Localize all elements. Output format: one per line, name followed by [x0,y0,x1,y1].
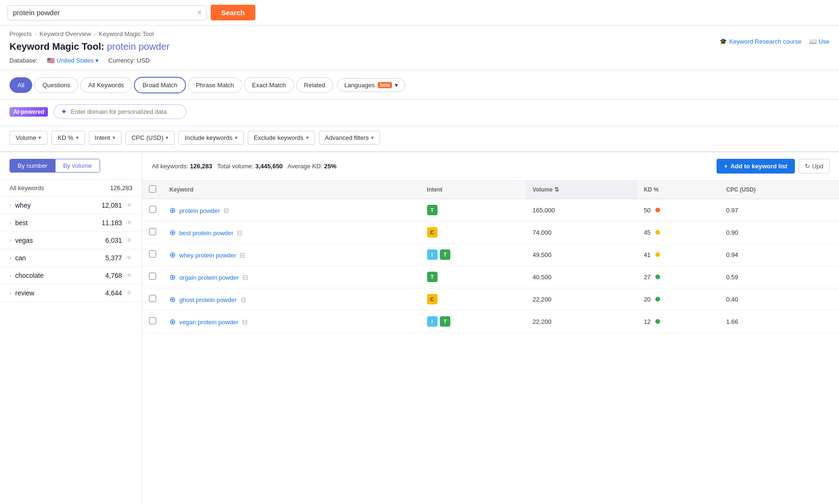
row-3-keyword-link[interactable]: whey protein powder [179,252,236,259]
update-button[interactable]: ↻ Upd [799,159,830,174]
filter-volume[interactable]: Volume ▾ [9,131,47,145]
tab-related[interactable]: Related [296,77,334,93]
row-2-checkbox[interactable] [149,228,156,235]
breadcrumb-projects[interactable]: Projects [9,30,32,37]
row-1-kd-cell: 50 [637,199,720,221]
row-checkbox-cell-2[interactable] [142,221,163,244]
sidebar-item-chocolate[interactable]: › chocolate 4,768 👁 [0,267,142,284]
row-6-checkbox[interactable] [149,317,156,324]
row-5-checkbox[interactable] [149,295,156,302]
select-all-checkbox[interactable] [149,185,156,192]
row-4-intent-cell: T [420,266,526,288]
tab-phrase-match[interactable]: Phrase Match [188,77,242,93]
sidebar-item-vegas-eye-icon[interactable]: 👁 [126,237,132,244]
row-6-cpc-cell: 1.66 [719,311,839,333]
tab-broad-match[interactable]: Broad Match [134,77,186,93]
row-3-checkbox[interactable] [149,250,156,257]
row-2-add-icon[interactable]: ⊕ [169,229,176,237]
row-1-intent-badge-t: T [427,205,438,215]
th-cpc: CPC (USD) [719,181,839,199]
sidebar-header: By number By volume [0,152,142,180]
sidebar-item-whey-label: whey [15,202,31,209]
breadcrumb-area: Projects › Keyword Overview › Keyword Ma… [0,26,839,70]
search-input-wrap: × [8,5,207,20]
clear-icon[interactable]: × [197,9,202,17]
sidebar-item-can-eye-icon[interactable]: 👁 [126,254,132,262]
row-2-keyword-link[interactable]: best protein powder [179,229,233,237]
filter-cpc[interactable]: CPC (USD) ▾ [125,131,175,145]
filter-exclude-keywords[interactable]: Exclude keywords ▾ [248,131,315,145]
row-4-intent-badge-t: T [427,272,438,282]
tab-questions[interactable]: Questions [34,77,78,93]
row-3-cpc-cell: 0.94 [719,244,839,266]
sidebar-item-chocolate-label: chocolate [15,272,44,279]
sidebar-item-chocolate-left: › chocolate [9,272,44,279]
row-checkbox-cell-4[interactable] [142,266,163,288]
filter-cpc-chevron-icon: ▾ [166,135,168,141]
row-6-keyword-cell: ⊕ vegan protein powder ⊟ [163,311,420,333]
sidebar-item-best-eye-icon[interactable]: 👁 [126,219,132,227]
row-4-checkbox[interactable] [149,273,156,280]
sidebar-item-chocolate-eye-icon[interactable]: 👁 [126,272,132,279]
row-4-add-icon[interactable]: ⊕ [169,273,176,281]
row-checkbox-cell-6[interactable] [142,311,163,333]
sidebar-item-best-left: › best [9,219,28,227]
ai-domain-input[interactable] [71,108,179,115]
tab-languages[interactable]: Languages beta ▾ [337,78,405,92]
breadcrumb-sep-1: › [35,30,37,37]
ai-domain-input-wrap[interactable]: ✦ [54,104,186,119]
view-by-number-button[interactable]: By number [10,159,56,172]
row-checkbox-cell-3[interactable] [142,244,163,266]
row-2-cpc-cell: 0.90 [719,221,839,244]
row-6-keyword-link[interactable]: vegan protein powder [179,319,239,326]
row-3-add-icon[interactable]: ⊕ [169,251,176,259]
sidebar-item-review-eye-icon[interactable]: 👁 [126,289,132,297]
sidebar-item-vegas[interactable]: › vegas 6,031 👁 [0,232,142,249]
th-volume[interactable]: Volume ⇅ [526,181,637,199]
row-checkbox-cell-1[interactable] [142,199,163,221]
use-link[interactable]: 📖 Use [809,38,830,45]
row-6-table-icon: ⊟ [242,318,248,326]
sidebar-item-whey-eye-icon[interactable]: 👁 [126,202,132,209]
view-by-volume-button[interactable]: By volume [56,159,100,172]
sidebar-item-best[interactable]: › best 11,183 👁 [0,214,142,232]
sidebar-item-review-expand-icon: › [9,290,11,296]
sidebar-item-whey[interactable]: › whey 12,081 👁 [0,197,142,214]
th-select-all[interactable] [142,181,163,199]
keyword-research-course-link[interactable]: 🎓 Keyword Research course [719,38,801,45]
row-4-table-icon: ⊟ [242,274,248,281]
left-sidebar: By number By volume All keywords 126,283… [0,152,142,504]
avg-kd: 25% [324,163,336,170]
filter-kd[interactable]: KD % ▾ [51,131,84,145]
filter-exclude-chevron-icon: ▾ [306,135,309,141]
country-chevron-icon: ▾ [95,57,99,64]
breadcrumb-keyword-overview[interactable]: Keyword Overview [39,30,91,37]
filter-advanced-label: Advanced filters [325,134,369,141]
row-2-kd-cell: 45 [637,221,720,244]
languages-chevron-icon: ▾ [395,82,398,89]
row-1-keyword-link[interactable]: protein powder [179,207,220,214]
filter-advanced[interactable]: Advanced filters ▾ [319,131,381,145]
row-1-checkbox[interactable] [149,206,156,213]
database-country-link[interactable]: 🇺🇸 United States ▾ [47,57,99,64]
add-to-keyword-list-button[interactable]: + Add to keyword list [717,159,795,174]
row-3-kd-cell: 41 [637,244,720,266]
search-input[interactable] [13,9,194,17]
filter-include-keywords[interactable]: Include keywords ▾ [178,131,243,145]
row-checkbox-cell-5[interactable] [142,288,163,311]
search-button[interactable]: Search [211,5,255,20]
tab-all[interactable]: All [9,77,32,93]
breadcrumb-sep-2: › [94,30,96,37]
filter-intent[interactable]: Intent ▾ [89,131,122,145]
row-1-add-icon[interactable]: ⊕ [169,206,176,214]
tab-exact-match[interactable]: Exact Match [244,77,294,93]
row-5-keyword-link[interactable]: ghost protein powder [179,296,237,303]
sidebar-item-review[interactable]: › review 4,644 👁 [0,284,142,302]
sidebar-item-review-count: 4,644 [105,289,122,297]
row-4-keyword-link[interactable]: orgain protein powder [179,274,239,281]
th-kd: KD % [637,181,720,199]
row-6-add-icon[interactable]: ⊕ [169,318,176,326]
row-5-add-icon[interactable]: ⊕ [169,295,176,303]
tab-all-keywords[interactable]: All Keywords [80,77,132,93]
sidebar-item-can[interactable]: › can 5,377 👁 [0,249,142,267]
